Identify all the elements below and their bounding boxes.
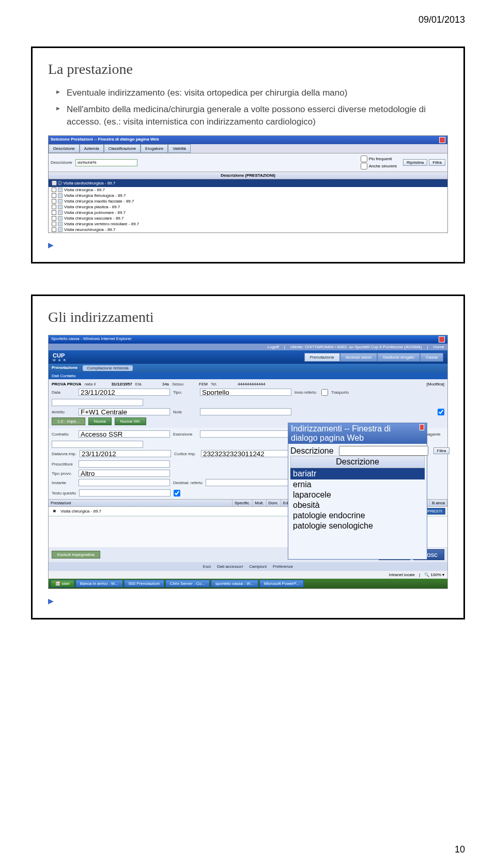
tab-erogatore[interactable]: Erogatore (141, 144, 168, 153)
nav-tab-gestione[interactable]: Gestione erogato (377, 353, 420, 362)
popup-item-selected[interactable]: bariatr (290, 468, 425, 479)
list-item[interactable]: Visita neurochirurgica - 89.7 (49, 227, 447, 233)
home-link[interactable]: Home (433, 345, 444, 349)
popup-titlebar: Indirizzamenti -- Finestra di dialogo pa… (288, 423, 427, 444)
note-input[interactable] (200, 408, 291, 415)
results-list: ⬜ ⓘ Visita cardiochirurgica - 89.7 Visit… (49, 179, 447, 233)
sesso-value: FEM (199, 382, 208, 386)
flag-checkbox[interactable] (438, 409, 444, 415)
ambito-label: Ambito (52, 410, 75, 414)
tipoprov-input[interactable] (79, 470, 170, 477)
filtra-button[interactable]: Filtra (429, 159, 445, 166)
invio-checkbox[interactable] (321, 389, 328, 396)
codice-input[interactable] (201, 450, 292, 457)
start-button[interactable]: 🪟 start (51, 580, 74, 587)
taskbar-item[interactable]: Banca in arrivo - M... (75, 580, 123, 587)
list-item[interactable]: Visita chirurgica vertebro midollare - 8… (49, 221, 447, 227)
testo-checkbox[interactable] (174, 490, 180, 497)
testo-input[interactable] (79, 489, 171, 497)
destref-label: Destinat. referto (173, 481, 203, 485)
dialog-tabs: Descrizione Azienda Classificazione Erog… (49, 144, 447, 153)
lo-impe-tab[interactable]: 1.0 - Impe... (52, 417, 85, 425)
popup-filtra-button[interactable]: Filtra (433, 447, 450, 454)
popup-item[interactable]: laparocele (290, 490, 425, 500)
list-item-label: Visita chirurgica - 89.7 (64, 188, 105, 192)
prescrittore-input[interactable] (79, 460, 170, 468)
slide1-title: La prestazione (48, 61, 448, 78)
popup-desc-label: Descrizione (290, 446, 334, 456)
tab-classificazione[interactable]: Classificazione (104, 144, 141, 153)
tipo-label: Tipo: (173, 390, 197, 395)
logoff-link[interactable]: Logoff (268, 345, 279, 349)
list-item[interactable]: Visita chirurgica flebologica - 89.7 (49, 193, 447, 198)
popup-desc-input[interactable] (339, 446, 428, 456)
list-item[interactable]: Visita chirurgica - 89.7 (49, 187, 447, 193)
popup-title-text: Indirizzamenti -- Finestra di dialogo pa… (291, 424, 420, 443)
chk-frequenti[interactable]: Più frequenti (361, 156, 397, 162)
desc-label: Descrizione (51, 160, 72, 165)
ripristina-button[interactable]: Ripristina (403, 159, 427, 166)
campioni-button[interactable]: Campioni (249, 564, 267, 569)
nav-tab-accessi[interactable]: Accessi veloci (340, 353, 377, 362)
destref-input[interactable] (206, 479, 297, 486)
col-prestazioni: Prestazioni (49, 500, 233, 506)
ente-input[interactable] (52, 441, 143, 448)
dati-button[interactable]: Dati accessori (217, 564, 243, 569)
desc-input[interactable] (75, 159, 137, 166)
taskbar-item[interactable]: 500 Prenotazioni (124, 580, 164, 587)
nuova-virt-button[interactable]: Nuova Virt. (115, 417, 146, 425)
list-item[interactable]: Visita chirurgica plastica - 89.7 (49, 204, 447, 210)
trasporto-input[interactable] (52, 399, 143, 406)
zoom-status: 🔍 100% ▾ (424, 572, 444, 577)
close-icon[interactable] (420, 424, 424, 430)
row-prestazione: Visita chirurgica - 89.7 (58, 508, 207, 514)
tab-validita[interactable]: Validità (168, 144, 191, 153)
close-icon[interactable] (439, 336, 445, 343)
list-header: Descrizione (PRESTAZIONI) (49, 172, 447, 179)
top-menu: Logoff | Utente: CHITTAROM04 / A082: uo … (49, 344, 447, 350)
nav-tab-prenotazione[interactable]: Prenotazione (304, 353, 340, 362)
tab-azienda[interactable]: Azienda (80, 144, 104, 153)
modifica-link[interactable]: [Modifica] (427, 382, 444, 386)
escludi-button[interactable]: Escludi Impegnativa (52, 551, 100, 559)
popup-item[interactable]: ernia (290, 479, 425, 490)
dataora-input[interactable] (80, 450, 171, 457)
list-item[interactable]: Visita chirurgica maxillo facciale - 89.… (49, 198, 447, 204)
taskbar-item[interactable]: Microsoft PowerP... (259, 580, 304, 587)
contratto-input[interactable] (79, 430, 170, 438)
nav-tabs: Prenotazione Accessi veloci Gestione ero… (304, 353, 443, 362)
inviante-input[interactable] (79, 479, 170, 486)
nuova-button[interactable]: Nuova (88, 417, 112, 425)
sub-prenot: Prenotazione (52, 365, 78, 371)
testo-label: Testo quesito (52, 491, 76, 495)
ie-title-text: Sportello cassa - Windows Internet Explo… (51, 336, 132, 343)
tipo-input[interactable] (200, 389, 291, 396)
preferenze-button[interactable]: Preferenze (273, 564, 293, 569)
tab-descrizione[interactable]: Descrizione (49, 144, 80, 153)
nav-tab-cassa[interactable]: Cassa (420, 353, 443, 362)
esci-button[interactable]: Esci (203, 564, 211, 569)
ambito-input[interactable] (79, 408, 170, 415)
popup-item[interactable]: patologie senologiche (290, 521, 425, 531)
ie-titlebar: Sportello cassa - Windows Internet Explo… (49, 335, 447, 344)
col-dom: Dom. (267, 500, 281, 506)
cup-header: CUP W E B Prenotazione Accessi veloci Ge… (49, 350, 447, 364)
slide-2: Gli indirizzamenti Sportello cassa - Win… (31, 295, 465, 619)
chk-sinonimi[interactable]: Anche sinonimi (361, 163, 397, 169)
list-item-label: Visita chirurgica flebologica - 89.7 (64, 193, 126, 198)
popup-item[interactable]: obesità (290, 500, 425, 510)
page-number: 10 (455, 844, 465, 855)
list-item-selected[interactable]: ⬜ ⓘ Visita cardiochirurgica - 89.7 (49, 179, 447, 187)
list-item[interactable]: Visita chirurgica polmonare - 89.7 (49, 210, 447, 215)
data-input[interactable] (79, 389, 170, 396)
popup-item[interactable]: patologie endocrine (290, 510, 425, 521)
taskbar-item[interactable]: Citrix Server - Co... (165, 580, 210, 587)
list-item-label: Visita chirurgica vascolare - 89.7 (64, 216, 123, 221)
tipoprov-label: Tipo provv. (52, 471, 75, 476)
col-molt: Molt. (253, 500, 266, 506)
slide2-title: Gli indirizzamenti (48, 309, 448, 326)
taskbar-item[interactable]: sportello cassa - W... (211, 580, 258, 587)
close-icon[interactable] (439, 137, 445, 143)
list-item[interactable]: Visita chirurgica vascolare - 89.7 (49, 215, 447, 221)
esenzione-input[interactable] (200, 430, 291, 438)
